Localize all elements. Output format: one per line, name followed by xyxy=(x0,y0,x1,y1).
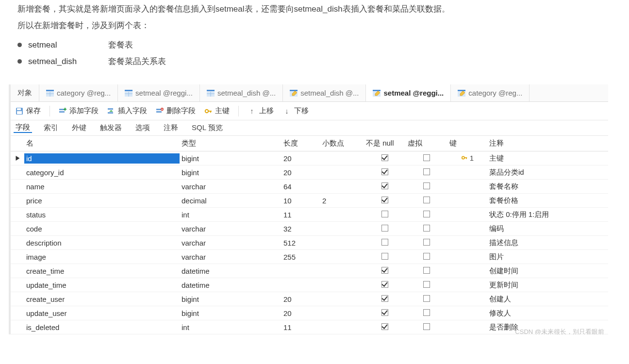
cell-not-null[interactable] xyxy=(364,266,406,276)
cell-comment[interactable]: 创建时间 xyxy=(487,265,608,277)
cell-name[interactable]: id xyxy=(24,153,180,164)
table-row[interactable]: pricedecimal102套餐价格 xyxy=(11,194,608,208)
cell-virtual[interactable] xyxy=(406,224,447,234)
move-down-button[interactable]: ↓ 下移 xyxy=(282,106,309,116)
cell-name[interactable]: price xyxy=(24,196,180,206)
cell-type[interactable]: bigint xyxy=(180,294,281,304)
cell-type[interactable]: varchar xyxy=(180,238,281,248)
table-row[interactable]: statusint11状态 0:停用 1:启用 xyxy=(11,208,608,222)
cell-virtual[interactable] xyxy=(406,210,447,220)
editor-tab[interactable]: setmeal @reggi... xyxy=(366,84,451,101)
sub-tab[interactable]: SQL 预览 xyxy=(190,123,225,132)
cell-length[interactable]: 255 xyxy=(281,252,320,262)
col-virtual[interactable]: 虚拟 xyxy=(406,138,447,149)
cell-key[interactable] xyxy=(447,214,487,215)
cell-decimals[interactable] xyxy=(320,228,364,230)
cell-decimals[interactable] xyxy=(320,326,364,328)
sub-tab[interactable]: 索引 xyxy=(42,123,60,132)
cell-length[interactable]: 20 xyxy=(281,294,320,304)
sub-tab[interactable]: 注释 xyxy=(162,123,180,132)
cell-decimals[interactable]: 2 xyxy=(320,196,364,206)
sub-tab[interactable]: 外键 xyxy=(70,123,88,132)
cell-decimals[interactable] xyxy=(320,312,364,314)
table-row[interactable]: update_timedatetime更新时间 xyxy=(11,278,608,292)
cell-decimals[interactable] xyxy=(320,171,364,173)
editor-tab[interactable]: setmeal_dish @... xyxy=(283,84,366,101)
cell-comment[interactable]: 修改人 xyxy=(487,308,608,319)
move-up-button[interactable]: ↑ 上移 xyxy=(248,106,274,116)
cell-not-null[interactable] xyxy=(364,182,406,192)
table-row[interactable]: namevarchar64套餐名称 xyxy=(11,180,608,194)
cell-virtual[interactable] xyxy=(406,266,447,276)
cell-comment[interactable]: 状态 0:停用 1:启用 xyxy=(487,209,608,220)
cell-not-null[interactable] xyxy=(364,280,406,290)
editor-tab[interactable]: category @reg... xyxy=(451,84,530,101)
cell-decimals[interactable] xyxy=(320,157,364,159)
cell-name[interactable]: create_time xyxy=(24,266,180,276)
cell-type[interactable]: int xyxy=(180,210,281,220)
cell-name[interactable]: description xyxy=(24,238,180,248)
cell-virtual[interactable] xyxy=(406,182,447,192)
cell-virtual[interactable] xyxy=(406,280,447,290)
save-button[interactable]: 保存 xyxy=(16,106,41,116)
cell-decimals[interactable] xyxy=(320,242,364,244)
cell-not-null[interactable] xyxy=(364,153,406,164)
cell-comment[interactable]: 描述信息 xyxy=(487,237,608,248)
cell-length[interactable]: 512 xyxy=(281,238,320,248)
col-not-null[interactable]: 不是 null xyxy=(364,138,406,149)
cell-not-null[interactable] xyxy=(364,322,406,332)
editor-tab[interactable]: category @reg... xyxy=(39,84,118,101)
col-key[interactable]: 键 xyxy=(447,138,487,149)
cell-decimals[interactable] xyxy=(320,284,364,286)
table-row[interactable]: descriptionvarchar512描述信息 xyxy=(11,236,608,250)
cell-type[interactable]: varchar xyxy=(180,224,281,234)
cell-decimals[interactable] xyxy=(320,270,364,272)
col-type[interactable]: 类型 xyxy=(180,138,281,149)
cell-key[interactable] xyxy=(447,171,487,173)
cell-virtual[interactable] xyxy=(406,167,447,178)
cell-name[interactable]: name xyxy=(24,182,180,192)
col-comment[interactable]: 注释 xyxy=(487,138,608,149)
cell-key[interactable] xyxy=(447,199,487,201)
cell-virtual[interactable] xyxy=(406,153,447,164)
table-row[interactable]: create_timedatetime创建时间 xyxy=(11,264,608,278)
sub-tab[interactable]: 选项 xyxy=(133,123,152,132)
cell-length[interactable]: 20 xyxy=(281,153,320,164)
table-row[interactable]: is_deletedint11是否删除 xyxy=(11,320,608,334)
cell-comment[interactable]: 主键 xyxy=(487,153,608,164)
cell-name[interactable]: status xyxy=(24,210,180,220)
table-row[interactable]: idbigint201主键 xyxy=(11,151,608,165)
cell-comment[interactable]: 菜品分类id xyxy=(487,167,608,178)
cell-length[interactable] xyxy=(281,284,320,286)
insert-field-button[interactable]: 插入字段 xyxy=(107,106,147,116)
cell-key[interactable] xyxy=(447,298,487,300)
cell-virtual[interactable] xyxy=(406,238,447,248)
cell-length[interactable]: 20 xyxy=(281,167,320,178)
col-length[interactable]: 长度 xyxy=(281,138,320,149)
cell-key[interactable]: 1 xyxy=(447,153,487,164)
cell-comment[interactable]: 创建人 xyxy=(487,294,608,305)
cell-type[interactable]: datetime xyxy=(180,280,281,290)
cell-virtual[interactable] xyxy=(406,322,447,332)
cell-comment[interactable]: 图片 xyxy=(487,251,608,263)
cell-type[interactable]: decimal xyxy=(180,196,281,206)
table-row[interactable]: update_userbigint20修改人 xyxy=(11,306,608,320)
cell-decimals[interactable] xyxy=(320,185,364,187)
cell-name[interactable]: is_deleted xyxy=(24,322,180,332)
cell-not-null[interactable] xyxy=(364,167,406,178)
cell-key[interactable] xyxy=(447,312,487,314)
cell-name[interactable]: image xyxy=(24,252,180,262)
sub-tab[interactable]: 字段 xyxy=(14,123,32,133)
cell-key[interactable] xyxy=(447,185,487,187)
cell-key[interactable] xyxy=(447,326,487,328)
cell-key[interactable] xyxy=(447,256,487,258)
cell-comment[interactable]: 更新时间 xyxy=(487,280,608,291)
cell-type[interactable]: int xyxy=(180,322,281,332)
cell-length[interactable]: 64 xyxy=(281,182,320,192)
cell-name[interactable]: update_user xyxy=(24,308,180,318)
cell-name[interactable]: category_id xyxy=(24,167,180,178)
cell-length[interactable]: 11 xyxy=(281,210,320,220)
cell-type[interactable]: bigint xyxy=(180,153,281,164)
cell-key[interactable] xyxy=(447,228,487,230)
cell-virtual[interactable] xyxy=(406,294,447,304)
